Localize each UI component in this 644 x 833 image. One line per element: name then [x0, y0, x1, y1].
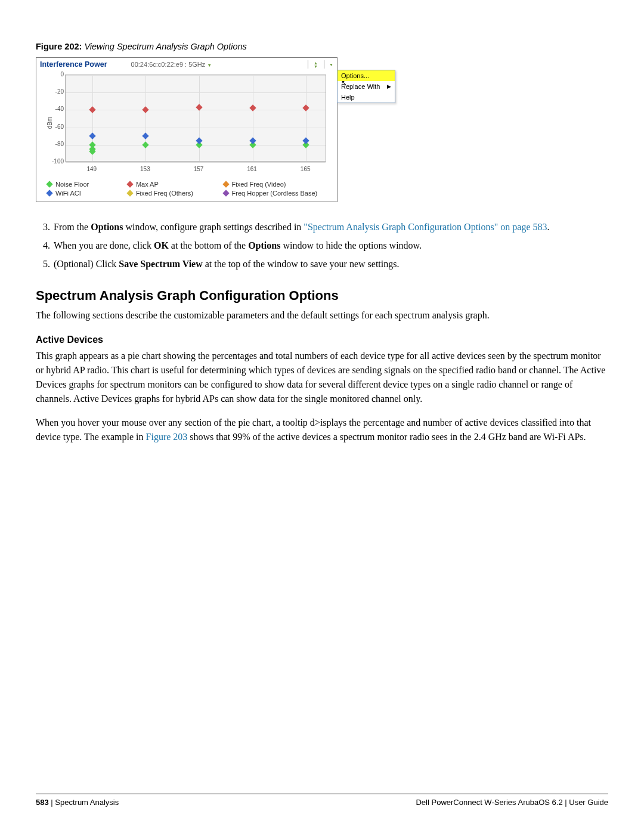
legend-label: WiFi ACI	[55, 190, 81, 197]
x-tick: 161	[247, 166, 257, 172]
data-point	[303, 105, 309, 112]
graph-title: Interference Power	[40, 60, 131, 69]
separator	[324, 60, 324, 69]
paragraph-intro: The following sections describe the cust…	[36, 308, 608, 323]
page-footer: 583 | Spectrum Analysis Dell PowerConnec…	[36, 794, 608, 807]
instruction-list: From the Options window, configure graph…	[36, 220, 608, 271]
y-tick: -100	[51, 158, 64, 165]
sort-icon[interactable]	[313, 61, 319, 67]
legend-marker	[126, 181, 133, 187]
step-3: From the Options window, configure graph…	[52, 220, 608, 235]
figure-title: Viewing Spectrum Analysis Graph Options	[84, 42, 246, 51]
data-point	[143, 133, 149, 140]
legend-label: Fixed Freq (Others)	[136, 190, 193, 197]
legend-marker	[46, 181, 52, 187]
heading-active-devices: Active Devices	[36, 335, 608, 345]
plot-region	[65, 75, 326, 162]
link-config-options[interactable]: "Spectrum Analysis Graph Configuration O…	[304, 222, 547, 232]
y-tick: -60	[51, 123, 64, 130]
data-point	[89, 107, 95, 113]
data-point	[249, 105, 256, 112]
footer-left: 583 | Spectrum Analysis	[36, 798, 119, 807]
y-tick: -80	[51, 141, 64, 147]
graph-context-menu: Options... ↖ Replace With ▶ Help	[337, 70, 395, 103]
chart-legend: Noise FloorMax APFixed Freq (Video)WiFi …	[36, 178, 337, 202]
legend-marker	[126, 190, 133, 196]
legend-label: Fixed Freq (Video)	[232, 181, 286, 188]
x-tick: 157	[194, 166, 204, 172]
legend-marker	[46, 190, 52, 196]
data-point	[249, 137, 256, 144]
data-point	[143, 141, 149, 148]
paragraph-active-devices-2: When you hover your mouse over any secti…	[36, 416, 608, 444]
legend-label: Noise Floor	[55, 181, 89, 188]
menu-item-help[interactable]: Help	[338, 92, 395, 103]
legend-item: Noise Floor	[47, 181, 124, 188]
chevron-right-icon: ▶	[387, 83, 391, 89]
data-point	[143, 107, 149, 113]
y-tick: -20	[51, 88, 64, 95]
x-tick: 165	[301, 166, 311, 172]
figure-label: Figure 202:	[36, 42, 82, 51]
legend-label: Max AP	[136, 181, 159, 188]
heading-config-options: Spectrum Analysis Graph Configuration Op…	[36, 288, 608, 304]
legend-marker	[222, 181, 229, 187]
footer-right: Dell PowerConnect W-Series ArubaOS 6.2 |…	[416, 798, 608, 807]
link-figure-203[interactable]: Figure 203	[146, 432, 188, 442]
step-5: (Optional) Click Save Spectrum View at t…	[52, 257, 608, 272]
y-tick: 0	[51, 71, 64, 78]
legend-marker	[222, 190, 229, 196]
legend-label: Freq Hopper (Cordless Base)	[232, 190, 318, 197]
chart-area: dBm 0-20-40-60-80-100149153157161165	[42, 72, 331, 174]
figure-caption: Figure 202: Viewing Spectrum Analysis Gr…	[36, 42, 608, 51]
x-tick: 149	[86, 166, 97, 172]
paragraph-active-devices-1: This graph appears as a pie chart showin…	[36, 349, 608, 406]
legend-item: Freq Hopper (Cordless Base)	[224, 190, 331, 197]
x-tick: 153	[140, 166, 150, 172]
menu-item-replace-with[interactable]: Replace With ▶	[338, 81, 395, 92]
graph-subtitle[interactable]: 00:24:6c:c0:22:e9 : 5GHz▼	[131, 61, 308, 68]
data-point	[89, 133, 95, 140]
menu-dropdown-icon[interactable]: ▼	[329, 63, 333, 67]
menu-item-options[interactable]: Options... ↖	[338, 70, 395, 81]
legend-item: WiFi ACI	[47, 190, 124, 197]
legend-item: Fixed Freq (Video)	[224, 181, 331, 188]
legend-item: Max AP	[128, 181, 220, 188]
step-4: When you are done, click OK at the botto…	[52, 239, 608, 253]
chevron-down-icon: ▼	[205, 63, 212, 68]
separator	[308, 60, 308, 69]
graph-header: Interference Power 00:24:6c:c0:22:e9 : 5…	[36, 58, 337, 71]
legend-item: Fixed Freq (Others)	[128, 190, 220, 197]
spectrum-graph-panel: Interference Power 00:24:6c:c0:22:e9 : 5…	[36, 57, 338, 202]
y-tick: -40	[51, 106, 64, 112]
